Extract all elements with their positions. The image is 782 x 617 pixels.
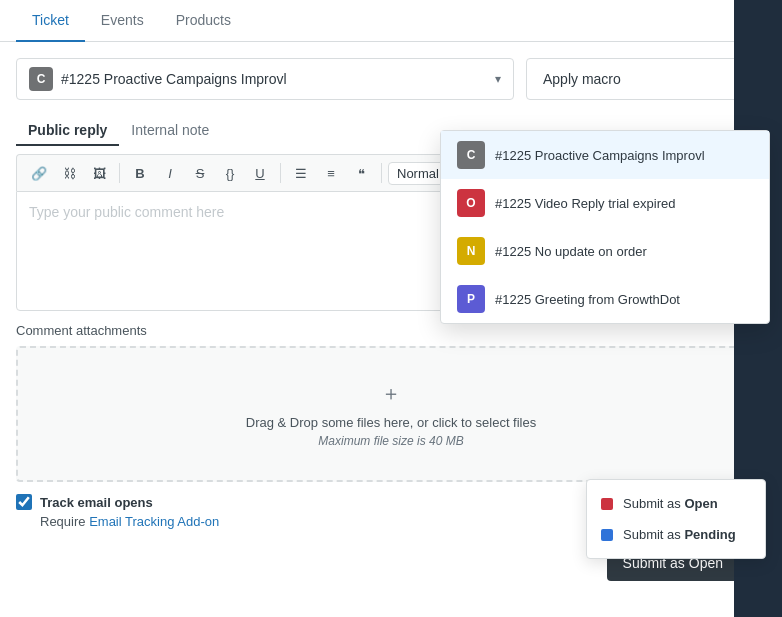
dropdown-item-2[interactable]: O #1225 Video Reply trial expired: [441, 179, 769, 227]
dd-avatar-3: N: [457, 237, 485, 265]
unlink-icon[interactable]: ⛓: [55, 159, 83, 187]
submit-open-label: Submit as Open: [623, 496, 718, 511]
tab-events[interactable]: Events: [85, 0, 160, 42]
track-require-text: Require: [40, 514, 89, 529]
submit-dropdown: Submit as Open Submit as Pending: [586, 479, 766, 559]
dropdown-item-4[interactable]: P #1225 Greeting from GrowthDot: [441, 275, 769, 323]
dd-text-3: #1225 No update on order: [495, 244, 647, 259]
submit-option-pending[interactable]: Submit as Pending: [587, 519, 765, 550]
ticket-chevron-icon: ▾: [495, 72, 501, 86]
submit-option-open[interactable]: Submit as Open: [587, 488, 765, 519]
dropdown-item-3[interactable]: N #1225 No update on order: [441, 227, 769, 275]
macro-selector[interactable]: Apply macro ▾: [526, 58, 766, 100]
ticket-avatar: C: [29, 67, 53, 91]
dd-avatar-1: C: [457, 141, 485, 169]
editor-placeholder: Type your public comment here: [29, 204, 224, 220]
submit-pending-label: Submit as Pending: [623, 527, 736, 542]
bold-icon[interactable]: B: [126, 159, 154, 187]
reply-tab-public[interactable]: Public reply: [16, 116, 119, 146]
plus-icon: ＋: [34, 380, 748, 407]
attachments-label: Comment attachments: [16, 323, 766, 338]
reply-tab-internal[interactable]: Internal note: [119, 116, 221, 146]
tab-ticket[interactable]: Ticket: [16, 0, 85, 42]
drop-subtext: Maximum file size is 40 MB: [34, 434, 748, 448]
dd-avatar-2: O: [457, 189, 485, 217]
track-email-checkbox[interactable]: [16, 494, 32, 510]
tab-products[interactable]: Products: [160, 0, 247, 42]
strikethrough-icon[interactable]: S: [186, 159, 214, 187]
track-addon-link[interactable]: Email Tracking Add-on: [89, 514, 219, 529]
main-tabs: Ticket Events Products: [0, 0, 782, 42]
open-status-dot: [601, 498, 613, 510]
blockquote-icon[interactable]: ❝: [347, 159, 375, 187]
code-icon[interactable]: {}: [216, 159, 244, 187]
pending-status-dot: [601, 529, 613, 541]
italic-icon[interactable]: I: [156, 159, 184, 187]
drop-zone[interactable]: ＋ Drag & Drop some files here, or click …: [16, 346, 766, 482]
dd-text-1: #1225 Proactive Campaigns Improvl: [495, 148, 705, 163]
drop-text: Drag & Drop some files here, or click to…: [34, 415, 748, 430]
track-email-label: Track email opens: [40, 495, 153, 510]
ticket-selector[interactable]: C #1225 Proactive Campaigns Improvl ▾: [16, 58, 514, 100]
underline-icon[interactable]: U: [246, 159, 274, 187]
submit-pending-bold: Pending: [684, 527, 735, 542]
top-row: C #1225 Proactive Campaigns Improvl ▾ Ap…: [16, 58, 766, 100]
dd-text-4: #1225 Greeting from GrowthDot: [495, 292, 680, 307]
macro-label: Apply macro: [543, 71, 621, 87]
dd-avatar-4: P: [457, 285, 485, 313]
image-icon[interactable]: 🖼: [85, 159, 113, 187]
toolbar-separator-2: [280, 163, 281, 183]
toolbar-separator-1: [119, 163, 120, 183]
dd-text-2: #1225 Video Reply trial expired: [495, 196, 675, 211]
ticket-name: #1225 Proactive Campaigns Improvl: [61, 71, 487, 87]
ticket-dropdown: C #1225 Proactive Campaigns Improvl O #1…: [440, 130, 770, 324]
dropdown-item-1[interactable]: C #1225 Proactive Campaigns Improvl: [441, 131, 769, 179]
toolbar-separator-3: [381, 163, 382, 183]
submit-open-bold: Open: [684, 496, 717, 511]
bullet-list-icon[interactable]: ☰: [287, 159, 315, 187]
ordered-list-icon[interactable]: ≡: [317, 159, 345, 187]
link-icon[interactable]: 🔗: [25, 159, 53, 187]
